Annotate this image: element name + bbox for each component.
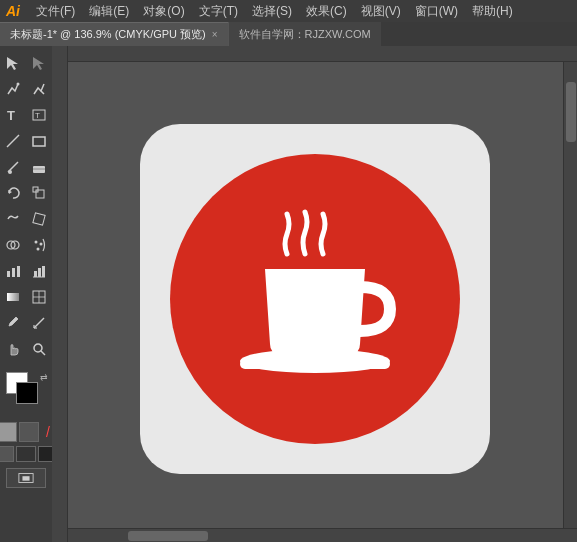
menu-file[interactable]: 文件(F)	[30, 1, 81, 22]
mesh-tool[interactable]	[26, 284, 52, 310]
svg-line-7	[7, 135, 19, 147]
menu-edit[interactable]: 编辑(E)	[83, 1, 135, 22]
tab-bar: 未标题-1* @ 136.9% (CMYK/GPU 预览) × 软件自学网：RJ…	[0, 22, 577, 46]
menu-view[interactable]: 视图(V)	[355, 1, 407, 22]
ruler-vertical	[52, 46, 68, 542]
slash-icon: /	[41, 422, 52, 442]
artboard	[140, 124, 490, 474]
paintbrush-tool[interactable]	[0, 154, 26, 180]
menu-text[interactable]: 文字(T)	[193, 1, 244, 22]
svg-marker-0	[7, 57, 18, 70]
svg-point-2	[17, 83, 20, 86]
menu-bar: Ai 文件(F) 编辑(E) 对象(O) 文字(T) 选择(S) 效果(C) 视…	[0, 0, 577, 22]
screen-mode3[interactable]	[38, 446, 52, 462]
scale-tool[interactable]	[26, 180, 52, 206]
symbol-sprayer-tool[interactable]	[26, 232, 52, 258]
shape-builder-tool[interactable]	[0, 232, 26, 258]
normal-mode[interactable]	[0, 422, 17, 442]
menu-help[interactable]: 帮助(H)	[466, 1, 519, 22]
measure-tool[interactable]	[26, 310, 52, 336]
svg-point-9	[8, 170, 12, 174]
svg-rect-22	[12, 268, 15, 277]
drawing-mode[interactable]	[19, 422, 39, 442]
svg-rect-8	[33, 137, 45, 146]
svg-point-18	[35, 241, 38, 244]
coffee-cup-icon	[215, 199, 415, 399]
menu-select[interactable]: 选择(S)	[246, 1, 298, 22]
tab-active[interactable]: 未标题-1* @ 136.9% (CMYK/GPU 预览) ×	[0, 22, 228, 46]
app-logo: Ai	[6, 3, 20, 19]
gradient-tool[interactable]	[0, 284, 26, 310]
rotate-tool[interactable]	[0, 180, 26, 206]
graph-tool[interactable]	[0, 258, 26, 284]
svg-text:T: T	[35, 111, 40, 120]
svg-rect-23	[17, 266, 20, 277]
pen-tool[interactable]	[0, 76, 26, 102]
svg-rect-40	[240, 359, 390, 369]
toolbar: T T	[0, 46, 52, 542]
change-screen-mode[interactable]	[6, 468, 46, 488]
warp-tool[interactable]	[0, 206, 26, 232]
rectangle-tool[interactable]	[26, 128, 52, 154]
tab-close-button[interactable]: ×	[212, 29, 218, 40]
svg-line-3	[41, 91, 44, 94]
svg-rect-26	[38, 268, 41, 277]
vertical-scrollbar[interactable]	[563, 62, 577, 528]
svg-rect-38	[22, 476, 29, 480]
eyedropper-tool[interactable]	[0, 310, 26, 336]
line-tool[interactable]	[0, 128, 26, 154]
svg-rect-21	[7, 271, 10, 277]
svg-rect-27	[42, 266, 45, 277]
svg-point-35	[34, 344, 42, 352]
horizontal-scrollbar[interactable]	[68, 528, 577, 542]
hand-tool[interactable]	[0, 336, 26, 362]
direct-selection-tool[interactable]	[26, 50, 52, 76]
free-transform-tool[interactable]	[26, 206, 52, 232]
svg-line-36	[41, 351, 45, 355]
column-graph-tool[interactable]	[26, 258, 52, 284]
tab-secondary[interactable]: 软件自学网：RJZXW.COM	[228, 22, 381, 46]
tab-active-label: 未标题-1* @ 136.9% (CMYK/GPU 预览)	[10, 27, 206, 42]
menu-object[interactable]: 对象(O)	[137, 1, 190, 22]
menu-effect[interactable]: 效果(C)	[300, 1, 353, 22]
svg-point-20	[37, 248, 40, 251]
svg-point-19	[40, 243, 43, 246]
svg-marker-1	[33, 57, 44, 70]
svg-rect-15	[33, 213, 45, 225]
menu-window[interactable]: 窗口(W)	[409, 1, 464, 22]
ruler-horizontal	[52, 46, 577, 62]
zoom-tool[interactable]	[26, 336, 52, 362]
svg-text:T: T	[7, 108, 15, 123]
svg-rect-25	[34, 271, 37, 277]
screen-mode2[interactable]	[16, 446, 36, 462]
fill-swatch[interactable]	[16, 382, 38, 404]
svg-rect-13	[36, 190, 44, 198]
tab-secondary-label: 软件自学网：RJZXW.COM	[239, 27, 371, 42]
svg-line-32	[34, 318, 44, 328]
eraser-tool[interactable]	[26, 154, 52, 180]
add-anchor-tool[interactable]	[26, 76, 52, 102]
type-tool[interactable]: T	[0, 102, 26, 128]
selection-tool[interactable]	[0, 50, 26, 76]
red-circle	[170, 154, 460, 444]
screen-mode1[interactable]	[0, 446, 14, 462]
area-type-tool[interactable]: T	[26, 102, 52, 128]
main-area: T T	[0, 46, 577, 542]
svg-rect-28	[7, 293, 19, 301]
canvas-area[interactable]	[52, 46, 577, 542]
swap-colors[interactable]: ⇄	[40, 372, 48, 382]
